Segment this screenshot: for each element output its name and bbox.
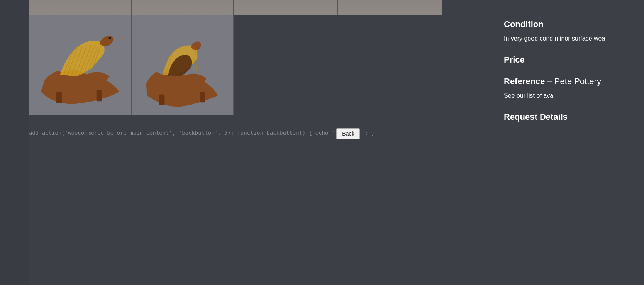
code-text: add_action('woocommerce_before_main_cont… (29, 129, 335, 137)
bottom-image-1[interactable] (29, 15, 131, 115)
right-panel: Condition In very good cond minor surfac… (496, 0, 644, 285)
reference-heading-label: Reference (504, 76, 545, 86)
code-line: add_action('woocommerce_before_main_cont… (29, 127, 496, 139)
top-image-grid (29, 0, 496, 15)
code-suffix: '; } (361, 130, 375, 136)
svg-rect-25 (159, 94, 164, 105)
reference-heading-value: – Pete Pottery (547, 76, 601, 86)
main-content: add_action('woocommerce_before_main_cont… (29, 0, 644, 285)
svg-rect-18 (56, 92, 62, 103)
see-list-text: See our list of ava (504, 91, 636, 100)
price-heading: Price (504, 55, 636, 65)
top-image-3[interactable] (234, 0, 338, 15)
reference-heading: Reference – Pete Pottery (504, 76, 636, 87)
svg-rect-26 (200, 92, 205, 102)
bottom-image-2[interactable] (131, 15, 234, 115)
top-image-1[interactable] (29, 0, 131, 15)
condition-text: In very good cond minor surface wea (504, 34, 636, 43)
top-image-2[interactable] (131, 0, 234, 15)
request-details-heading: Request Details (504, 112, 636, 122)
svg-point-17 (108, 37, 111, 39)
back-button[interactable]: Back (336, 128, 360, 139)
image-section: add_action('woocommerce_before_main_cont… (29, 0, 496, 285)
left-sidebar (0, 0, 29, 285)
svg-rect-19 (97, 90, 102, 102)
top-image-4[interactable] (338, 0, 442, 15)
condition-heading: Condition (504, 19, 636, 29)
code-section: add_action('woocommerce_before_main_cont… (29, 123, 496, 143)
bottom-image-grid (29, 15, 496, 115)
